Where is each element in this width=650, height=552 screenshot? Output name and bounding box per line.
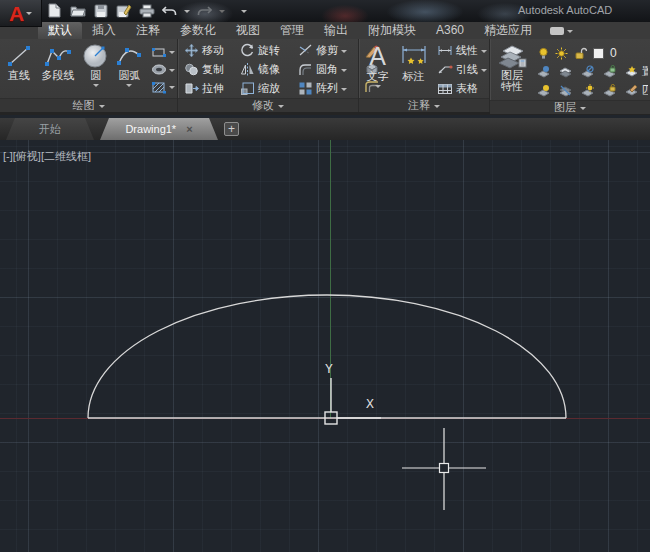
ellipse-tool[interactable] bbox=[151, 62, 175, 78]
ribbon-tab-annotate[interactable]: 注释 bbox=[126, 22, 170, 39]
file-tab-start[interactable]: 开始 bbox=[6, 118, 94, 140]
circle-dropdown-icon[interactable] bbox=[93, 84, 99, 90]
layer-isolate-icon[interactable] bbox=[558, 65, 573, 78]
layer-select-combo[interactable]: 0 bbox=[536, 44, 648, 62]
array-tool[interactable]: 阵列 bbox=[298, 79, 362, 98]
hatch-dropdown-icon[interactable] bbox=[169, 86, 175, 92]
text-dropdown-icon[interactable] bbox=[375, 85, 381, 91]
drawing-canvas[interactable]: [-][俯视][二维线框] Y X bbox=[0, 140, 650, 552]
line-tool[interactable]: 直线 bbox=[2, 41, 36, 98]
layers-right-column: 0 bbox=[532, 41, 648, 100]
table-tool[interactable]: 表格 bbox=[437, 79, 487, 98]
scale-tool[interactable]: 缩放 bbox=[240, 79, 298, 98]
panel-label-annotate[interactable]: 注释 bbox=[359, 98, 489, 112]
undo-icon[interactable] bbox=[161, 3, 178, 18]
mirror-tool[interactable]: 镜像 bbox=[240, 60, 298, 79]
panel-modify: 移动 旋转 修剪 bbox=[178, 39, 358, 112]
layer-properties-label: 图层 特性 bbox=[501, 70, 523, 92]
trim-tool[interactable]: 修剪 bbox=[298, 41, 362, 60]
circle-tool[interactable]: 圆 bbox=[80, 41, 112, 98]
layer-properties-tool[interactable]: 图层 特性 bbox=[492, 41, 532, 100]
move-tool[interactable]: 移动 bbox=[184, 41, 240, 60]
arc-icon bbox=[115, 43, 143, 69]
file-tab-drawing1[interactable]: Drawing1* × bbox=[100, 118, 218, 140]
mirror-icon bbox=[240, 62, 255, 77]
redo-icon[interactable] bbox=[196, 3, 213, 18]
print-icon[interactable] bbox=[138, 3, 155, 18]
ribbon: 直线 多段线 圆 bbox=[0, 39, 650, 115]
qat-customize-icon[interactable] bbox=[241, 10, 247, 16]
leader-tool[interactable]: 引线 bbox=[437, 60, 487, 79]
text-tool[interactable]: A 文字 bbox=[361, 41, 394, 98]
scale-icon bbox=[240, 81, 255, 96]
dimension-icon bbox=[399, 43, 429, 70]
arc-dropdown-icon[interactable] bbox=[126, 84, 132, 90]
ribbon-tab-a360[interactable]: A360 bbox=[426, 22, 474, 39]
ucs-x-label: X bbox=[366, 396, 374, 411]
new-file-icon[interactable] bbox=[46, 3, 63, 18]
layer-on-bulb-icon bbox=[538, 47, 549, 60]
layer-unisolate-icon[interactable] bbox=[558, 84, 573, 97]
panel-label-layers[interactable]: 图层 bbox=[490, 100, 650, 114]
panel-label-modify[interactable]: 修改 bbox=[178, 98, 358, 112]
dome-arc[interactable] bbox=[88, 295, 566, 418]
panel-annotate: A 文字 标注 线性 bbox=[359, 39, 489, 112]
crosshair-cursor bbox=[402, 428, 486, 510]
arc-tool[interactable]: 圆弧 bbox=[112, 41, 147, 98]
dimension-tool[interactable]: 标注 bbox=[394, 41, 433, 98]
ribbon-tab-insert[interactable]: 插入 bbox=[82, 22, 126, 39]
ribbon-tab-featured-apps[interactable]: 精选应用 bbox=[474, 22, 542, 39]
ribbon-toggle-icon bbox=[550, 27, 564, 35]
layer-unlock-tool-icon[interactable] bbox=[602, 84, 617, 97]
undo-dropdown-icon[interactable] bbox=[184, 10, 190, 16]
trim-dropdown-icon[interactable] bbox=[341, 50, 347, 56]
ribbon-tab-manage[interactable]: 管理 bbox=[270, 22, 314, 39]
ribbon-tab-output[interactable]: 输出 bbox=[314, 22, 358, 39]
fillet-icon bbox=[298, 62, 313, 77]
line-icon bbox=[5, 43, 33, 69]
panel-label-draw[interactable]: 绘图 bbox=[0, 98, 177, 112]
layer-on-all-icon[interactable] bbox=[536, 84, 551, 97]
pickbox bbox=[440, 464, 449, 473]
current-layer-name: 0 bbox=[610, 46, 617, 60]
array-dropdown-icon[interactable] bbox=[341, 88, 347, 94]
close-icon[interactable]: × bbox=[186, 123, 192, 135]
layer-lock-tool-icon[interactable] bbox=[602, 65, 617, 78]
fillet-tool[interactable]: 圆角 bbox=[298, 60, 362, 79]
polyline-tool[interactable]: 多段线 bbox=[36, 41, 80, 98]
ellipse-icon bbox=[151, 63, 167, 76]
fillet-dropdown-icon[interactable] bbox=[341, 69, 347, 75]
layer-properties-icon bbox=[497, 43, 527, 69]
layer-thaw-all-icon[interactable] bbox=[580, 84, 595, 97]
rotate-icon bbox=[240, 43, 255, 58]
ribbon-tab-addins[interactable]: 附加模块 bbox=[358, 22, 426, 39]
linear-dropdown-icon[interactable] bbox=[481, 50, 487, 56]
redo-dropdown-icon[interactable] bbox=[219, 10, 225, 16]
quick-access-toolbar bbox=[46, 3, 247, 18]
trim-icon bbox=[298, 43, 313, 58]
ribbon-tab-parametric[interactable]: 参数化 bbox=[170, 22, 226, 39]
rectangle-dropdown-icon[interactable] bbox=[169, 51, 175, 57]
leader-dropdown-icon[interactable] bbox=[481, 69, 487, 75]
copy-tool[interactable]: 复制 bbox=[184, 60, 240, 79]
stretch-tool[interactable]: 拉伸 bbox=[184, 79, 240, 98]
layer-set-current-tool[interactable]: 置为当前 bbox=[624, 64, 648, 79]
layer-off-icon[interactable] bbox=[536, 65, 551, 78]
save-as-icon[interactable] bbox=[115, 3, 132, 18]
rotate-tool[interactable]: 旋转 bbox=[240, 41, 298, 60]
open-icon[interactable] bbox=[69, 3, 86, 18]
save-icon[interactable] bbox=[92, 3, 109, 18]
rectangle-tool[interactable] bbox=[151, 44, 175, 60]
application-menu-button[interactable]: A bbox=[0, 0, 42, 27]
ribbon-tab-view[interactable]: 视图 bbox=[226, 22, 270, 39]
layer-freeze-icon[interactable] bbox=[580, 65, 595, 78]
copy-icon bbox=[184, 62, 199, 77]
table-icon bbox=[437, 83, 453, 95]
hatch-tool[interactable] bbox=[151, 79, 175, 95]
ribbon-display-toggle[interactable] bbox=[550, 22, 573, 39]
linear-dimension-tool[interactable]: 线性 bbox=[437, 41, 487, 60]
new-tab-button[interactable]: + bbox=[224, 122, 239, 136]
layer-match-tool[interactable]: 匹配图层 bbox=[624, 83, 648, 98]
ribbon-tab-home[interactable]: 默认 bbox=[38, 22, 82, 39]
ellipse-dropdown-icon[interactable] bbox=[169, 69, 175, 75]
